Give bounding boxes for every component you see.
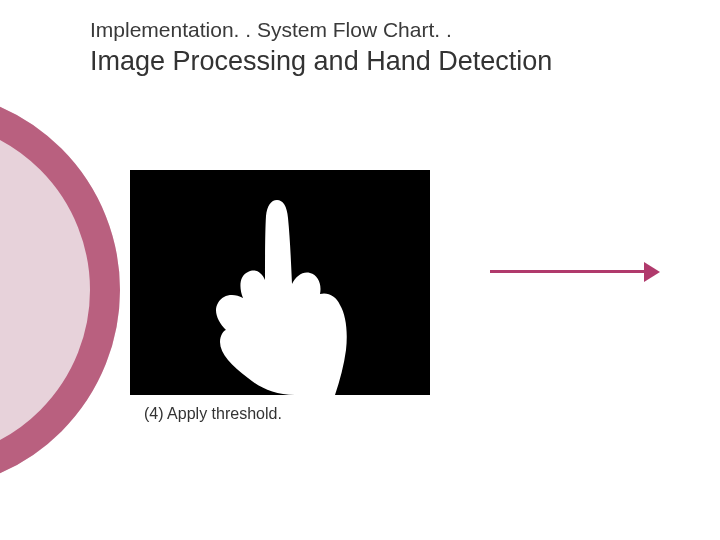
- threshold-image: [130, 170, 430, 395]
- arrow-line: [490, 270, 645, 273]
- slide-title: Image Processing and Hand Detection: [90, 46, 690, 77]
- arrow-head-icon: [644, 262, 660, 282]
- flow-arrow: [490, 262, 660, 282]
- figure-caption: (4) Apply threshold.: [144, 405, 430, 423]
- slide-supertitle: Implementation. . System Flow Chart. .: [90, 18, 690, 42]
- hand-silhouette-icon: [130, 170, 430, 395]
- slide-header: Implementation. . System Flow Chart. . I…: [90, 18, 690, 137]
- figure-area: (4) Apply threshold.: [130, 170, 430, 423]
- decor-circle-ring: [0, 90, 120, 490]
